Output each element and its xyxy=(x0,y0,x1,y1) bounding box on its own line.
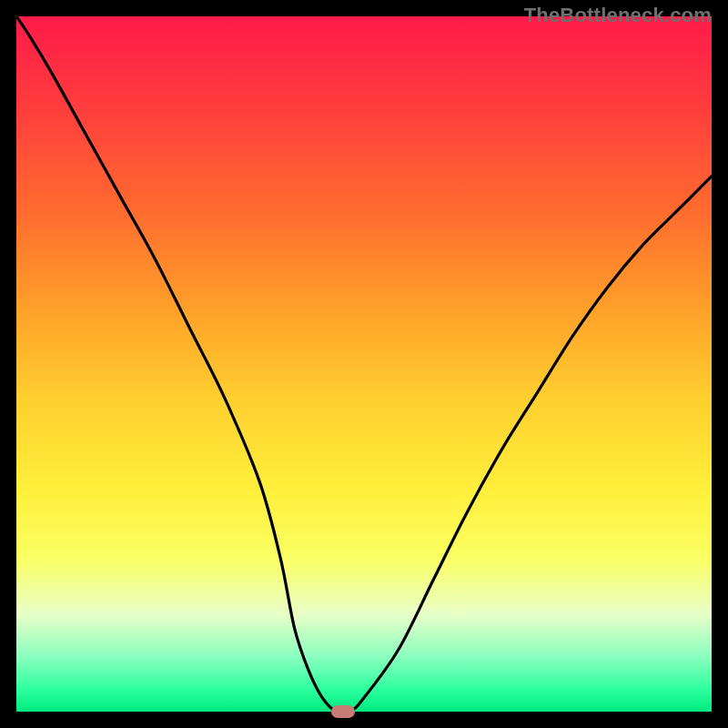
optimal-marker xyxy=(331,705,355,718)
watermark-text: TheBottleneck.com xyxy=(524,4,712,27)
plot-area xyxy=(16,16,712,712)
bottleneck-curve xyxy=(16,16,712,712)
curve-path xyxy=(16,16,712,713)
chart-frame: TheBottleneck.com xyxy=(0,0,728,728)
